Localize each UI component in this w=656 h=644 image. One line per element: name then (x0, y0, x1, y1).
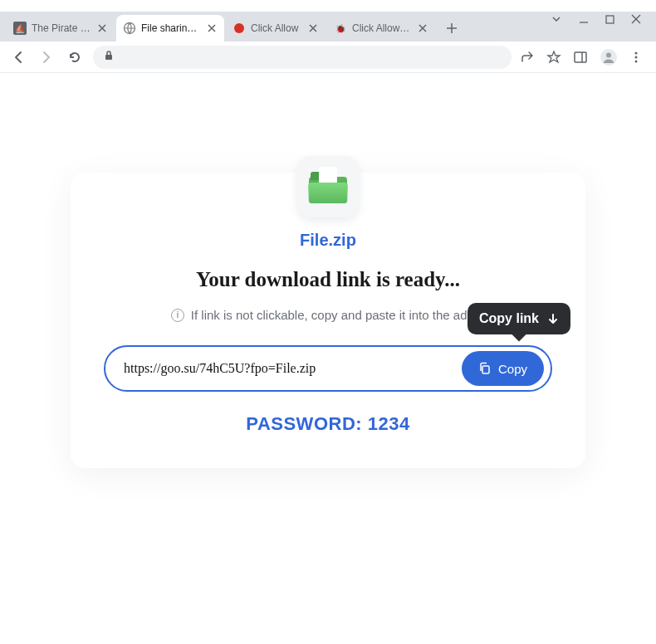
file-name: File.zip (104, 231, 552, 250)
headline: Your download link is ready... (104, 268, 552, 291)
toolbar (0, 41, 656, 73)
arrow-down-icon (547, 313, 559, 324)
page-content: PC risk.com File.zip Your download link … (0, 73, 656, 644)
chevron-down-icon[interactable] (551, 13, 562, 27)
download-link[interactable]: https://goo.su/74hC5U?fpo=File.zip (124, 361, 452, 376)
maximize-icon[interactable] (605, 14, 614, 27)
close-icon[interactable] (307, 22, 319, 34)
svg-point-8 (635, 56, 638, 58)
tab-favicon-tiny: 🐞 (334, 22, 347, 35)
svg-rect-3 (575, 52, 586, 62)
link-box: https://goo.su/74hC5U?fpo=File.zip Copy … (104, 345, 552, 392)
copy-label: Copy (498, 362, 527, 376)
close-icon[interactable] (206, 22, 218, 34)
info-icon: i (171, 309, 184, 322)
lock-icon (103, 50, 115, 65)
tooltip-text: Copy link (479, 311, 539, 326)
window-controls (551, 0, 656, 40)
copy-icon (478, 362, 492, 375)
tab-title: The Pirate Bay (32, 22, 91, 34)
hint-text: If link is not clickable, copy and paste… (191, 308, 485, 322)
back-icon[interactable] (8, 47, 28, 67)
new-tab-button[interactable] (440, 17, 463, 40)
star-icon[interactable] (546, 50, 561, 65)
password-line: PASSWORD: 1234 (104, 413, 552, 435)
side-panel-icon[interactable] (573, 50, 588, 65)
tab-title: File sharing se (141, 22, 201, 34)
toolbar-right (520, 48, 648, 66)
minimize-icon[interactable] (579, 14, 589, 27)
share-icon[interactable] (520, 50, 535, 65)
close-icon[interactable] (96, 22, 108, 34)
tab-pirate-bay[interactable]: ⛵ The Pirate Bay (7, 15, 115, 41)
tab-click-allow-2[interactable]: 🐞 Click Allow if y (327, 15, 435, 41)
tab-click-allow-1[interactable]: Click Allow (226, 15, 326, 41)
menu-icon[interactable] (629, 51, 643, 64)
tab-favicon-pirate: ⛵ (13, 22, 27, 35)
copy-button[interactable]: Copy link Copy (462, 351, 544, 386)
globe-icon (123, 22, 136, 35)
tab-title: Click Allow if y (352, 22, 412, 34)
copy-tooltip: Copy link (468, 303, 570, 334)
download-card: File.zip Your download link is ready... … (71, 173, 585, 468)
svg-point-7 (635, 51, 638, 54)
file-icon (297, 156, 359, 217)
close-icon[interactable] (417, 22, 428, 34)
svg-rect-1 (606, 16, 614, 23)
svg-point-6 (606, 52, 611, 57)
tab-file-sharing[interactable]: File sharing se (116, 15, 224, 41)
reload-icon[interactable] (65, 47, 85, 67)
tab-strip: ⛵ The Pirate Bay File sharing se Click A… (0, 12, 656, 41)
tab-title: Click Allow (251, 22, 302, 34)
svg-rect-2 (105, 55, 112, 60)
profile-icon[interactable] (600, 48, 618, 66)
svg-rect-10 (482, 366, 489, 373)
tab-favicon-red (233, 22, 246, 35)
address-bar[interactable] (93, 46, 512, 69)
close-window-icon[interactable] (631, 14, 641, 27)
forward-icon (37, 47, 56, 67)
svg-point-9 (635, 60, 638, 62)
